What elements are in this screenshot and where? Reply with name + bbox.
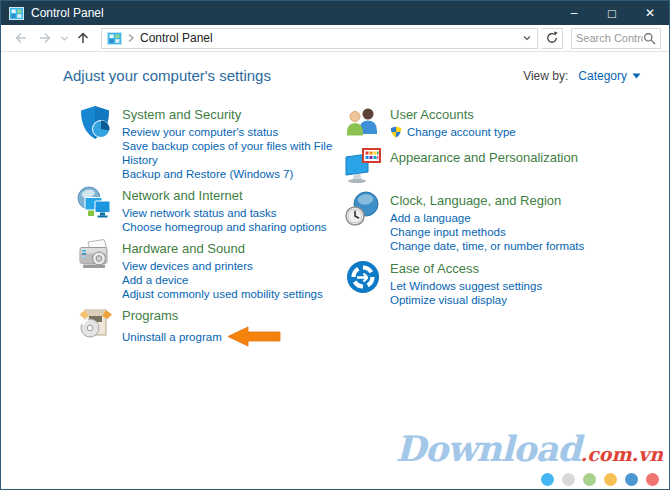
category-links: Review your computer's statusSave backup… xyxy=(122,125,344,181)
window-controls: – □ ✕ xyxy=(555,1,669,25)
task-link[interactable]: Backup and Restore (Windows 7) xyxy=(122,167,293,181)
up-button[interactable] xyxy=(71,27,95,49)
close-button[interactable]: ✕ xyxy=(631,1,669,25)
up-icon xyxy=(79,34,88,44)
control-panel-app-icon xyxy=(9,6,24,21)
task-link-row: Optimize visual display xyxy=(390,293,542,307)
category-clock-language-region: Clock, Language, and Region Add a langua… xyxy=(344,190,641,253)
content-header: Adjust your computer's settings View by:… xyxy=(63,67,641,84)
watermark-dots xyxy=(541,473,659,486)
view-by: View by: Category xyxy=(523,69,641,83)
task-link[interactable]: Add a language xyxy=(390,211,471,225)
category-title-link[interactable]: Appearance and Personalization xyxy=(390,149,578,166)
category-user-accounts: User Accounts Change account type xyxy=(344,104,641,142)
watermark-dot xyxy=(562,473,575,486)
task-link[interactable]: Add a device xyxy=(122,273,189,287)
category-system-security: System and Security Review your computer… xyxy=(76,104,344,181)
task-link-row: Adjust commonly used mobility settings xyxy=(122,287,323,301)
task-link[interactable]: Let Windows suggest settings xyxy=(390,279,542,293)
task-link[interactable]: Change input methods xyxy=(390,225,506,239)
breadcrumb-chevron-icon xyxy=(127,33,135,43)
task-link[interactable]: Adjust commonly used mobility settings xyxy=(122,287,323,301)
clock-language-region-icon xyxy=(344,190,382,228)
category-programs: Programs Uninstall a program xyxy=(76,305,344,347)
category-grid: System and Security Review your computer… xyxy=(63,104,641,351)
category-icon xyxy=(76,185,114,223)
back-icon xyxy=(17,34,27,43)
category-links: Let Windows suggest settingsOptimize vis… xyxy=(390,279,542,307)
category-icon xyxy=(344,104,382,142)
task-link[interactable]: Save backup copies of your files with Fi… xyxy=(122,139,344,167)
category-title-link[interactable]: User Accounts xyxy=(390,106,474,123)
category-icon xyxy=(344,258,382,296)
watermark-dot xyxy=(625,473,638,486)
watermark-suffix: .com.vn xyxy=(581,443,663,465)
task-link-row: Add a language xyxy=(390,211,584,225)
category-icon xyxy=(344,190,382,228)
task-link[interactable]: Change account type xyxy=(407,125,516,139)
watermark-dot xyxy=(541,473,554,486)
task-link-row: Change input methods xyxy=(390,225,584,239)
ease-of-access-icon xyxy=(344,258,382,296)
search-icon[interactable] xyxy=(643,32,656,45)
hardware-sound-icon xyxy=(76,238,114,276)
category-icon xyxy=(344,147,382,185)
category-icon xyxy=(76,305,114,343)
task-link[interactable]: Review your computer's status xyxy=(122,125,278,139)
task-link-row: Review your computer's status xyxy=(122,125,344,139)
task-link[interactable]: Optimize visual display xyxy=(390,293,507,307)
user-accounts-icon xyxy=(344,104,382,142)
task-link-row: View network status and tasks xyxy=(122,206,327,220)
category-hardware-sound: Hardware and Sound View devices and prin… xyxy=(76,238,344,301)
category-title-link[interactable]: Programs xyxy=(122,307,178,324)
forward-icon xyxy=(40,34,50,43)
window-title: Control Panel xyxy=(31,6,104,20)
category-title-link[interactable]: Ease of Access xyxy=(390,260,479,277)
task-link-row: Backup and Restore (Windows 7) xyxy=(122,167,344,181)
maximize-button[interactable]: □ xyxy=(593,1,631,25)
chevron-down-icon xyxy=(632,73,641,79)
refresh-button[interactable] xyxy=(541,28,563,49)
task-link-row: Change date, time, or number formats xyxy=(390,239,584,253)
category-title-link[interactable]: Clock, Language, and Region xyxy=(390,192,561,209)
view-by-label: View by: xyxy=(523,69,568,83)
task-link[interactable]: View network status and tasks xyxy=(122,206,276,220)
category-network-internet: Network and Internet View network status… xyxy=(76,185,344,234)
category-title-link[interactable]: Hardware and Sound xyxy=(122,240,245,257)
watermark-dot xyxy=(604,473,617,486)
task-link[interactable]: Choose homegroup and sharing options xyxy=(122,220,327,234)
category-title-link[interactable]: Network and Internet xyxy=(122,187,243,204)
watermark-brand: Download xyxy=(395,428,580,469)
category-links: Change account type xyxy=(390,125,516,139)
forward-button[interactable] xyxy=(33,27,57,49)
address-dropdown-button[interactable] xyxy=(522,33,532,43)
search-input[interactable] xyxy=(576,32,643,44)
refresh-icon xyxy=(545,31,559,45)
view-by-dropdown[interactable]: Category xyxy=(578,69,641,83)
left-column: System and Security Review your computer… xyxy=(76,104,344,351)
right-column: User Accounts Change account type Appear… xyxy=(344,104,641,351)
task-link[interactable]: Uninstall a program xyxy=(122,330,222,344)
category-links: Add a languageChange input methodsChange… xyxy=(390,211,584,253)
minimize-button[interactable]: – xyxy=(555,1,593,25)
back-button[interactable] xyxy=(9,27,33,49)
task-link-row: Let Windows suggest settings xyxy=(390,279,542,293)
task-link-row: Change account type xyxy=(390,125,516,139)
task-link[interactable]: View devices and printers xyxy=(122,259,253,273)
page-title: Adjust your computer's settings xyxy=(63,67,271,84)
category-icon xyxy=(76,238,114,276)
address-bar[interactable]: Control Panel xyxy=(101,28,538,49)
task-link[interactable]: Change date, time, or number formats xyxy=(390,239,584,253)
content-area: Adjust your computer's settings View by:… xyxy=(1,52,669,489)
task-link-row: Choose homegroup and sharing options xyxy=(122,220,327,234)
recent-locations-button[interactable] xyxy=(57,27,71,49)
category-icon xyxy=(76,104,114,142)
category-ease-of-access: Ease of Access Let Windows suggest setti… xyxy=(344,258,641,307)
navigation-bar: Control Panel xyxy=(1,25,669,52)
address-dropdown-icon xyxy=(524,37,530,40)
recent-locations-icon xyxy=(61,37,67,40)
category-links: View devices and printersAdd a deviceAdj… xyxy=(122,259,323,301)
category-title-link[interactable]: System and Security xyxy=(122,106,241,123)
uac-shield-icon xyxy=(390,126,402,138)
titlebar: Control Panel – □ ✕ xyxy=(1,1,669,25)
